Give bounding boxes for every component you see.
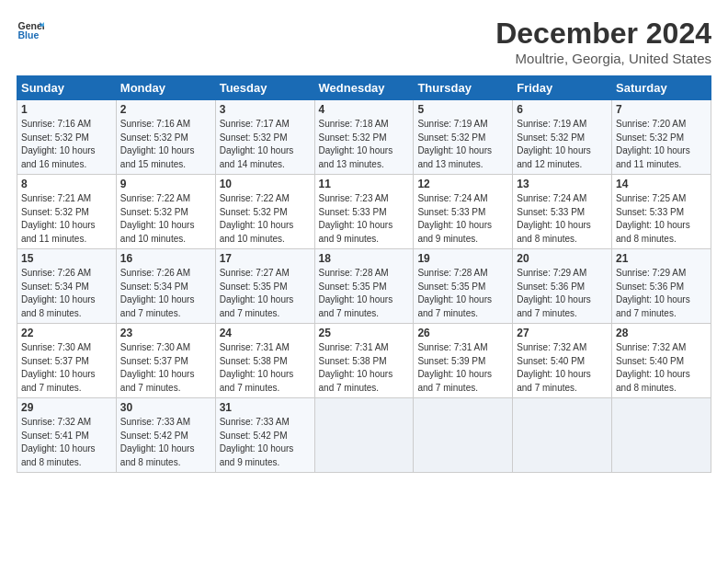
calendar-day-cell: 19Sunrise: 7:28 AMSunset: 5:35 PMDayligh… [414, 249, 513, 324]
calendar-week-row: 15Sunrise: 7:26 AMSunset: 5:34 PMDayligh… [17, 249, 711, 324]
day-info: Sunrise: 7:22 AMSunset: 5:32 PMDaylight:… [120, 192, 211, 246]
day-info: Sunrise: 7:30 AMSunset: 5:37 PMDaylight:… [120, 341, 211, 395]
calendar-day-cell: 20Sunrise: 7:29 AMSunset: 5:36 PMDayligh… [513, 249, 612, 324]
day-number: 5 [417, 103, 508, 116]
day-info: Sunrise: 7:19 AMSunset: 5:32 PMDaylight:… [417, 118, 508, 171]
day-info: Sunrise: 7:29 AMSunset: 5:36 PMDaylight:… [517, 267, 608, 320]
calendar-day-cell: 26Sunrise: 7:31 AMSunset: 5:39 PMDayligh… [414, 324, 513, 398]
day-info: Sunrise: 7:17 AMSunset: 5:32 PMDaylight:… [220, 118, 311, 171]
day-info: Sunrise: 7:29 AMSunset: 5:36 PMDaylight:… [616, 267, 707, 320]
calendar-day-cell: 5Sunrise: 7:19 AMSunset: 5:32 PMDaylight… [414, 100, 513, 175]
day-info: Sunrise: 7:31 AMSunset: 5:38 PMDaylight:… [319, 341, 410, 395]
calendar-day-cell [414, 398, 513, 473]
day-info: Sunrise: 7:18 AMSunset: 5:32 PMDaylight:… [319, 118, 410, 171]
calendar-header-cell: Friday [513, 76, 612, 100]
day-info: Sunrise: 7:16 AMSunset: 5:32 PMDaylight:… [120, 118, 211, 171]
calendar-week-row: 1Sunrise: 7:16 AMSunset: 5:32 PMDaylight… [17, 100, 711, 175]
day-number: 25 [319, 327, 410, 339]
day-number: 1 [21, 103, 112, 116]
day-number: 20 [517, 252, 608, 265]
calendar-day-cell: 21Sunrise: 7:29 AMSunset: 5:36 PMDayligh… [612, 249, 711, 324]
calendar-day-cell: 10Sunrise: 7:22 AMSunset: 5:32 PMDayligh… [215, 175, 314, 249]
day-number: 8 [21, 178, 112, 190]
calendar-day-cell [513, 398, 612, 473]
page: General Blue December 2024 Moultrie, Geo… [0, 0, 728, 482]
day-number: 19 [417, 252, 508, 265]
calendar-day-cell: 16Sunrise: 7:26 AMSunset: 5:34 PMDayligh… [116, 249, 215, 324]
day-number: 17 [220, 252, 311, 265]
day-info: Sunrise: 7:21 AMSunset: 5:32 PMDaylight:… [21, 192, 112, 246]
calendar-day-cell [612, 398, 711, 473]
day-info: Sunrise: 7:32 AMSunset: 5:41 PMDaylight:… [21, 416, 112, 469]
calendar-day-cell: 30Sunrise: 7:33 AMSunset: 5:42 PMDayligh… [116, 398, 215, 473]
calendar-day-cell: 11Sunrise: 7:23 AMSunset: 5:33 PMDayligh… [314, 175, 414, 249]
calendar-day-cell [314, 398, 414, 473]
calendar-header-row: SundayMondayTuesdayWednesdayThursdayFrid… [17, 76, 711, 100]
day-info: Sunrise: 7:31 AMSunset: 5:39 PMDaylight:… [417, 341, 508, 395]
day-info: Sunrise: 7:20 AMSunset: 5:32 PMDaylight:… [616, 118, 707, 171]
day-number: 23 [120, 327, 211, 339]
day-info: Sunrise: 7:26 AMSunset: 5:34 PMDaylight:… [21, 267, 112, 320]
svg-text:Blue: Blue [18, 29, 40, 40]
day-info: Sunrise: 7:25 AMSunset: 5:33 PMDaylight:… [616, 192, 707, 246]
month-title: December 2024 [495, 17, 711, 51]
calendar-day-cell: 8Sunrise: 7:21 AMSunset: 5:32 PMDaylight… [17, 175, 117, 249]
day-number: 18 [319, 252, 410, 265]
day-info: Sunrise: 7:28 AMSunset: 5:35 PMDaylight:… [417, 267, 508, 320]
day-info: Sunrise: 7:26 AMSunset: 5:34 PMDaylight:… [120, 267, 211, 320]
day-info: Sunrise: 7:33 AMSunset: 5:42 PMDaylight:… [220, 416, 311, 469]
day-info: Sunrise: 7:19 AMSunset: 5:32 PMDaylight:… [517, 118, 608, 171]
calendar-day-cell: 7Sunrise: 7:20 AMSunset: 5:32 PMDaylight… [612, 100, 711, 175]
day-number: 7 [616, 103, 707, 116]
day-number: 27 [517, 327, 608, 339]
day-number: 13 [517, 178, 608, 190]
day-number: 15 [21, 252, 112, 265]
calendar-week-row: 29Sunrise: 7:32 AMSunset: 5:41 PMDayligh… [17, 398, 711, 473]
calendar-header-cell: Wednesday [314, 76, 414, 100]
calendar-day-cell: 24Sunrise: 7:31 AMSunset: 5:38 PMDayligh… [215, 324, 314, 398]
day-number: 9 [120, 178, 211, 190]
calendar-day-cell: 15Sunrise: 7:26 AMSunset: 5:34 PMDayligh… [17, 249, 117, 324]
calendar-day-cell: 31Sunrise: 7:33 AMSunset: 5:42 PMDayligh… [215, 398, 314, 473]
day-info: Sunrise: 7:32 AMSunset: 5:40 PMDaylight:… [517, 341, 608, 395]
logo-icon: General Blue [17, 17, 44, 44]
day-number: 24 [220, 327, 311, 339]
day-info: Sunrise: 7:24 AMSunset: 5:33 PMDaylight:… [417, 192, 508, 246]
day-number: 6 [517, 103, 608, 116]
day-number: 2 [120, 103, 211, 116]
logo: General Blue [17, 17, 44, 44]
day-number: 11 [319, 178, 410, 190]
calendar-day-cell: 2Sunrise: 7:16 AMSunset: 5:32 PMDaylight… [116, 100, 215, 175]
day-info: Sunrise: 7:22 AMSunset: 5:32 PMDaylight:… [220, 192, 311, 246]
day-number: 26 [417, 327, 508, 339]
day-number: 10 [220, 178, 311, 190]
calendar-day-cell: 17Sunrise: 7:27 AMSunset: 5:35 PMDayligh… [215, 249, 314, 324]
calendar-week-row: 8Sunrise: 7:21 AMSunset: 5:32 PMDaylight… [17, 175, 711, 249]
calendar-day-cell: 18Sunrise: 7:28 AMSunset: 5:35 PMDayligh… [314, 249, 414, 324]
day-number: 14 [616, 178, 707, 190]
day-info: Sunrise: 7:31 AMSunset: 5:38 PMDaylight:… [220, 341, 311, 395]
day-number: 3 [220, 103, 311, 116]
calendar-day-cell: 22Sunrise: 7:30 AMSunset: 5:37 PMDayligh… [17, 324, 117, 398]
calendar-header-cell: Thursday [414, 76, 513, 100]
calendar-header-cell: Sunday [17, 76, 117, 100]
day-info: Sunrise: 7:33 AMSunset: 5:42 PMDaylight:… [120, 416, 211, 469]
calendar-day-cell: 29Sunrise: 7:32 AMSunset: 5:41 PMDayligh… [17, 398, 117, 473]
calendar-header-cell: Saturday [612, 76, 711, 100]
day-info: Sunrise: 7:23 AMSunset: 5:33 PMDaylight:… [319, 192, 410, 246]
day-number: 31 [220, 401, 311, 414]
day-info: Sunrise: 7:24 AMSunset: 5:33 PMDaylight:… [517, 192, 608, 246]
title-area: December 2024 Moultrie, Georgia, United … [495, 17, 711, 66]
day-number: 21 [616, 252, 707, 265]
calendar-day-cell: 13Sunrise: 7:24 AMSunset: 5:33 PMDayligh… [513, 175, 612, 249]
calendar-day-cell: 27Sunrise: 7:32 AMSunset: 5:40 PMDayligh… [513, 324, 612, 398]
calendar-day-cell: 25Sunrise: 7:31 AMSunset: 5:38 PMDayligh… [314, 324, 414, 398]
calendar-header-cell: Monday [116, 76, 215, 100]
day-number: 22 [21, 327, 112, 339]
calendar-header-cell: Tuesday [215, 76, 314, 100]
day-number: 12 [417, 178, 508, 190]
calendar-day-cell: 4Sunrise: 7:18 AMSunset: 5:32 PMDaylight… [314, 100, 414, 175]
day-info: Sunrise: 7:27 AMSunset: 5:35 PMDaylight:… [220, 267, 311, 320]
calendar-table: SundayMondayTuesdayWednesdayThursdayFrid… [17, 75, 711, 473]
calendar-day-cell: 12Sunrise: 7:24 AMSunset: 5:33 PMDayligh… [414, 175, 513, 249]
